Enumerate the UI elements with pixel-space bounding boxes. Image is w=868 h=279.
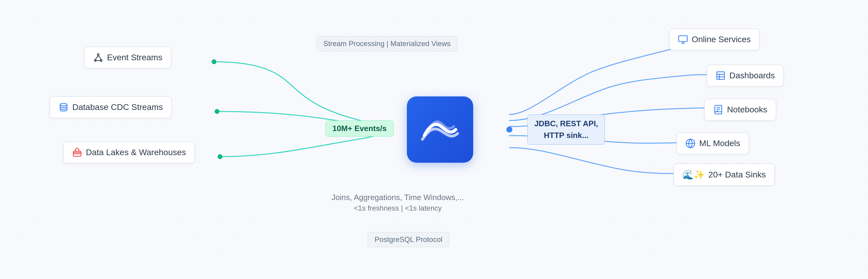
online-services-node: Online Services (669, 29, 760, 50)
data-lakes-icon (72, 147, 82, 158)
database-cdc-label: Database CDC Streams (72, 102, 163, 112)
ml-models-label: ML Models (699, 138, 740, 148)
database-cdc-icon (59, 102, 69, 113)
online-services-label: Online Services (692, 35, 751, 44)
api-label: JDBC, REST API,HTTP sink... (527, 115, 605, 145)
dashboards-icon (715, 70, 726, 81)
center-logo-node (407, 96, 473, 163)
svg-point-16 (60, 103, 67, 106)
top-center-label: Stream Processing | Materialized Views (316, 36, 458, 51)
data-lakes-node: Data Lakes & Warehouses (63, 142, 195, 163)
svg-point-2 (218, 154, 222, 159)
risingwave-logo (421, 110, 460, 149)
protocol-label: PostgreSQL Protocol (368, 232, 450, 247)
data-sinks-node: 🌊✨ 20+ Data Sinks (674, 164, 775, 186)
bottom-label-2: <1s freshness | <1s latency (332, 204, 464, 212)
data-sinks-icon: 🌊✨ (682, 169, 705, 180)
event-streams-icon (93, 53, 103, 63)
svg-point-1 (215, 109, 219, 114)
top-center-text: Stream Processing | Materialized Views (323, 39, 451, 48)
svg-point-0 (212, 59, 216, 64)
dashboards-label: Dashboards (730, 71, 775, 81)
svg-point-10 (97, 54, 99, 56)
svg-point-9 (506, 127, 513, 132)
api-text: JDBC, REST API,HTTP sink... (534, 119, 598, 140)
svg-line-14 (98, 56, 101, 60)
svg-rect-21 (717, 72, 724, 80)
throughput-text: 10M+ Events/s (333, 124, 387, 133)
data-sinks-label: 20+ Data Sinks (708, 170, 766, 180)
ml-models-node: ML Models (677, 132, 749, 154)
bottom-center-labels: Joins, Aggregations, Time Windows,... <1… (332, 193, 464, 212)
database-cdc-node: Database CDC Streams (50, 96, 172, 118)
event-streams-label: Event Streams (107, 53, 162, 62)
ml-models-icon (685, 138, 695, 149)
dashboards-node: Dashboards (707, 65, 784, 87)
protocol-text: PostgreSQL Protocol (375, 235, 442, 243)
throughput-label: 10M+ Events/s (326, 121, 394, 136)
svg-line-13 (95, 56, 98, 60)
notebooks-label: Notebooks (727, 105, 767, 115)
diagram-container: Event Streams Database CDC Streams Data … (0, 0, 868, 279)
online-services-icon (678, 34, 688, 44)
notebooks-node: Notebooks (704, 99, 776, 121)
notebooks-icon (713, 104, 723, 115)
event-streams-node: Event Streams (84, 47, 171, 68)
bottom-label-1: Joins, Aggregations, Time Windows,... (332, 193, 464, 202)
svg-rect-18 (679, 36, 687, 41)
data-lakes-label: Data Lakes & Warehouses (86, 148, 186, 157)
